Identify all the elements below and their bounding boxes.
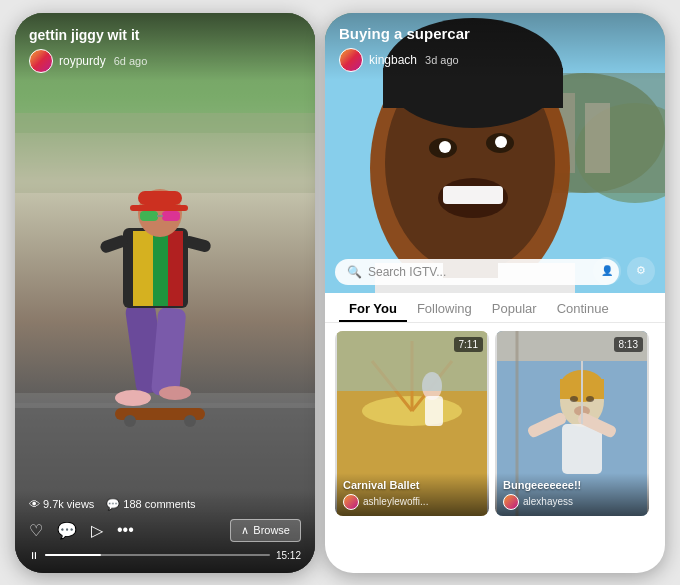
right-time-ago: 3d ago xyxy=(425,54,459,66)
right-user-row: kingbach 3d ago xyxy=(339,48,651,72)
left-phone: gettin jiggy wit it roypurdy 6d ago 👁 9.… xyxy=(15,13,315,573)
hero-right-icons: 👤 ⚙ xyxy=(593,257,655,285)
more-icon[interactable]: ••• xyxy=(117,521,134,539)
search-placeholder-text: Search IGTV... xyxy=(368,265,446,279)
thumb-1-user-row: ashleylewoffi... xyxy=(343,494,481,510)
thumb-2-info: Bungeeeeeee!! alexhayess xyxy=(495,473,649,516)
tab-popular[interactable]: Popular xyxy=(482,293,547,322)
thumb-1-username: ashleylewoffi... xyxy=(363,496,428,507)
thumbnail-card-2[interactable]: 8:13 Bungeeeeeee!! alexhayess xyxy=(495,331,649,516)
comments-count: 188 comments xyxy=(123,498,195,510)
left-time-ago: 6d ago xyxy=(114,55,148,67)
thumbnails-row: 7:11 Carnival Ballet ashleylewoffi... xyxy=(325,323,665,524)
svg-rect-11 xyxy=(168,231,183,306)
progress-fill xyxy=(45,554,101,556)
profile-icon-circle[interactable]: 👤 xyxy=(593,257,621,285)
search-bar[interactable]: 🔍 Search IGTV... xyxy=(335,259,619,285)
thumb-1-duration: 7:11 xyxy=(454,337,483,352)
svg-rect-13 xyxy=(138,191,182,205)
svg-rect-9 xyxy=(133,231,153,306)
comment-icon[interactable]: 💬 xyxy=(57,521,77,540)
right-avatar xyxy=(339,48,363,72)
video-background: gettin jiggy wit it roypurdy 6d ago 👁 9.… xyxy=(15,13,315,573)
thumb-2-user-row: alexhayess xyxy=(503,494,641,510)
left-avatar xyxy=(29,49,53,73)
thumb-1-avatar xyxy=(343,494,359,510)
thumbnail-card-1[interactable]: 7:11 Carnival Ballet ashleylewoffi... xyxy=(335,331,489,516)
svg-point-35 xyxy=(439,141,451,153)
right-hero-video: Buying a supercar kingbach 3d ago 🔍 Sear… xyxy=(325,13,665,293)
search-icon: 🔍 xyxy=(347,265,362,279)
progress-bar[interactable] xyxy=(45,554,270,556)
svg-point-21 xyxy=(124,415,136,427)
views-stat: 👁 9.7k views xyxy=(29,498,94,510)
eye-icon: 👁 xyxy=(29,498,40,510)
svg-point-36 xyxy=(495,136,507,148)
tab-for-you[interactable]: For You xyxy=(339,293,407,322)
svg-point-56 xyxy=(570,396,578,402)
pause-icon[interactable]: ⏸ xyxy=(29,550,39,561)
left-username[interactable]: roypurdy xyxy=(59,54,106,68)
right-hero-title: Buying a supercar xyxy=(339,25,651,42)
duration-text: 15:12 xyxy=(276,550,301,561)
app-container: gettin jiggy wit it roypurdy 6d ago 👁 9.… xyxy=(5,3,675,583)
stats-row: 👁 9.7k views 💬 188 comments xyxy=(29,498,301,511)
thumb-2-duration: 8:13 xyxy=(614,337,643,352)
comments-stat: 💬 188 comments xyxy=(106,498,195,511)
profile-avatar-icon: 👤 xyxy=(601,265,613,276)
svg-rect-10 xyxy=(153,231,168,306)
browse-label: Browse xyxy=(253,524,290,536)
gear-icon: ⚙ xyxy=(636,264,646,277)
svg-point-57 xyxy=(586,396,594,402)
comment-icon-stat: 💬 xyxy=(106,498,120,511)
right-hero-overlay: Buying a supercar kingbach 3d ago xyxy=(325,13,665,80)
svg-rect-28 xyxy=(585,103,610,173)
actions-row: ♡ 💬 ▷ ••• ∧ Browse xyxy=(29,519,301,542)
svg-rect-47 xyxy=(425,396,443,426)
svg-point-6 xyxy=(115,390,151,406)
svg-rect-59 xyxy=(562,424,602,474)
browse-chevron: ∧ xyxy=(241,524,249,537)
thumb-1-info: Carnival Ballet ashleylewoffi... xyxy=(335,473,489,516)
svg-rect-17 xyxy=(157,215,163,217)
tab-following[interactable]: Following xyxy=(407,293,482,322)
action-icons-group: ♡ 💬 ▷ ••• xyxy=(29,521,134,540)
right-phone: Buying a supercar kingbach 3d ago 🔍 Sear… xyxy=(325,13,665,573)
skater-figure xyxy=(15,13,315,573)
left-overlay-top: gettin jiggy wit it roypurdy 6d ago xyxy=(15,13,315,81)
thumb-2-username: alexhayess xyxy=(523,496,573,507)
thumb-2-avatar xyxy=(503,494,519,510)
tabs-row: For You Following Popular Continue xyxy=(325,293,665,323)
left-video-title: gettin jiggy wit it xyxy=(29,27,301,43)
settings-icon-circle[interactable]: ⚙ xyxy=(627,257,655,285)
svg-point-22 xyxy=(184,415,196,427)
share-icon[interactable]: ▷ xyxy=(91,521,103,540)
tab-continue[interactable]: Continue xyxy=(547,293,619,322)
thumb-2-title: Bungeeeeeee!! xyxy=(503,479,641,491)
svg-rect-3 xyxy=(15,113,315,193)
svg-point-7 xyxy=(159,386,191,400)
left-user-row: roypurdy 6d ago xyxy=(29,49,301,73)
views-count: 9.7k views xyxy=(43,498,94,510)
svg-rect-15 xyxy=(140,211,158,221)
browse-button[interactable]: ∧ Browse xyxy=(230,519,301,542)
progress-row: ⏸ 15:12 xyxy=(29,550,301,561)
svg-rect-14 xyxy=(130,205,188,211)
svg-rect-16 xyxy=(162,211,180,221)
thumb-1-title: Carnival Ballet xyxy=(343,479,481,491)
right-username[interactable]: kingbach xyxy=(369,53,417,67)
like-icon[interactable]: ♡ xyxy=(29,521,43,540)
svg-rect-32 xyxy=(443,186,503,204)
left-overlay-bottom: 👁 9.7k views 💬 188 comments ♡ 💬 ▷ ••• xyxy=(15,490,315,573)
